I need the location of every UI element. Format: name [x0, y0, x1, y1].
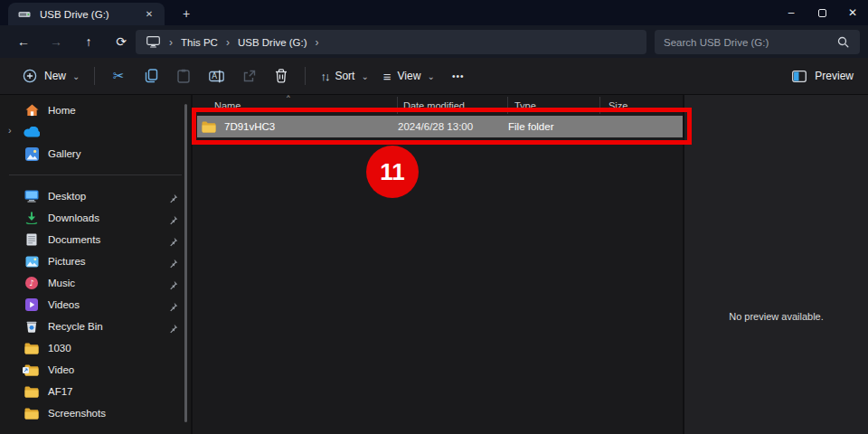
delete-button[interactable] [265, 62, 297, 90]
sidebar-item-screenshots[interactable]: Screenshots [0, 402, 191, 424]
share-button[interactable] [232, 62, 265, 90]
sidebar-item-video[interactable]: Video [0, 359, 191, 381]
breadcrumb-this-pc[interactable]: This PC [181, 37, 218, 48]
sidebar-item-documents[interactable]: Documents [0, 229, 191, 250]
column-label: Date modified [403, 100, 465, 111]
view-button-label: View [398, 70, 421, 82]
file-date-modified: 2024/6/28 13:00 [398, 121, 508, 132]
search-icon [835, 35, 851, 50]
column-label: Size [609, 100, 627, 111]
pin-icon [168, 256, 178, 272]
pictures-icon [24, 254, 40, 269]
desktop-icon [24, 189, 40, 203]
svg-text:A: A [212, 71, 217, 80]
rename-button[interactable]: A [200, 62, 232, 90]
pin-icon [168, 212, 178, 229]
preview-message: No preview available. [684, 311, 868, 322]
breadcrumb[interactable]: › This PC › USB Drive (G:) › [136, 30, 646, 54]
sidebar-item-desktop[interactable]: Desktop [0, 185, 191, 207]
sidebar-scrollbar[interactable] [184, 104, 187, 422]
chevron-down-icon: ⌄ [361, 71, 368, 81]
file-row-selected[interactable]: 7D91vHC3 2024/6/28 13:00 File folder [197, 116, 683, 137]
column-header-size[interactable]: Size [600, 97, 683, 114]
sort-button[interactable]: ↑↓ Sort ⌄ [313, 65, 375, 88]
chevron-right-icon: › [226, 37, 230, 48]
paste-button[interactable] [167, 62, 200, 90]
sidebar-item-downloads[interactable]: Downloads [0, 207, 191, 229]
tab-close-icon[interactable]: ✕ [142, 9, 156, 19]
sidebar-item-gallery[interactable]: Gallery [0, 143, 191, 165]
downloads-icon [24, 211, 40, 225]
forward-button[interactable]: → [40, 34, 72, 49]
documents-icon [24, 232, 40, 247]
pin-icon [168, 278, 178, 294]
folder-icon [24, 341, 40, 355]
chevron-down-icon: ⌄ [72, 71, 80, 81]
expand-chevron-icon[interactable]: › [8, 125, 12, 136]
cut-button[interactable]: ✂ [102, 62, 135, 90]
sidebar-item-onedrive[interactable]: › [0, 121, 191, 143]
file-type: File folder [508, 121, 600, 132]
sidebar-item-label: Videos [48, 299, 80, 310]
sidebar-item-videos[interactable]: Videos [0, 294, 191, 316]
view-lines-icon: ≡ [383, 69, 392, 84]
svg-text:♪: ♪ [29, 278, 34, 288]
preview-pane-icon [791, 69, 807, 83]
minimize-button[interactable]: – [776, 0, 807, 25]
shortcut-arrow-icon [23, 361, 29, 377]
sidebar-item-recycle-bin[interactable]: Recycle Bin [0, 316, 191, 337]
up-button[interactable]: ↑ [72, 34, 105, 49]
back-button[interactable]: ← [7, 34, 40, 49]
preview-toggle-button[interactable]: Preview [791, 69, 854, 83]
new-tab-button[interactable]: + [175, 4, 197, 24]
sidebar-separator [9, 175, 182, 175]
pin-icon [168, 191, 178, 207]
new-button[interactable]: New ⌄ [14, 64, 87, 88]
sidebar-item-label: 1030 [48, 343, 71, 354]
title-bar: USB Drive (G:) ✕ + – ✕ [0, 0, 868, 25]
preview-toggle-label: Preview [815, 70, 854, 82]
sidebar-item-pictures[interactable]: Pictures [0, 250, 191, 272]
sidebar-item-label: Video [48, 364, 74, 375]
sidebar-item-1030[interactable]: 1030 [0, 337, 191, 359]
view-button[interactable]: ≡ View ⌄ [376, 64, 442, 89]
navigation-buttons: ← → ↑ ⟳ [7, 25, 137, 58]
file-name-cell: 7D91vHC3 [197, 119, 398, 134]
close-button[interactable]: ✕ [837, 0, 868, 25]
maximize-button[interactable] [807, 0, 837, 25]
sidebar-item-label: Screenshots [48, 408, 106, 419]
file-explorer-window: USB Drive (G:) ✕ + – ✕ ← → ↑ ⟳ › This PC… [0, 0, 868, 434]
preview-pane: No preview available. [684, 95, 868, 434]
usb-drive-icon [16, 7, 33, 22]
more-options-button[interactable]: ••• [442, 62, 475, 90]
share-icon [241, 69, 257, 83]
breadcrumb-usb-drive[interactable]: USB Drive (G:) [238, 37, 307, 48]
pin-icon [168, 234, 178, 250]
sidebar-item-label: Recycle Bin [48, 321, 103, 332]
sidebar-item-label: Home [48, 105, 76, 116]
sidebar-item-home[interactable]: Home [0, 99, 191, 121]
maximize-icon [818, 9, 826, 17]
home-icon [24, 103, 40, 118]
window-controls: – ✕ [776, 0, 868, 25]
column-label: Name [214, 100, 241, 111]
column-header-date-modified[interactable]: Date modified [398, 97, 508, 114]
refresh-button[interactable]: ⟳ [105, 34, 137, 49]
sidebar-item-af17[interactable]: AF17 [0, 381, 191, 402]
sidebar-item-label: Music [48, 278, 75, 288]
column-header-name[interactable]: Name ^ [193, 97, 398, 114]
copy-icon [143, 69, 159, 83]
music-icon: ♪ [24, 276, 40, 290]
search-input[interactable] [664, 37, 835, 48]
explorer-tab[interactable]: USB Drive (G:) ✕ [8, 3, 165, 25]
chevron-right-icon: › [316, 37, 319, 48]
rename-icon: A [208, 69, 224, 83]
sidebar-item-label: Downloads [48, 212, 99, 223]
navigation-sidebar: Home › Gallery Desktop [0, 95, 191, 434]
search-box[interactable] [655, 30, 860, 54]
gallery-icon [24, 146, 40, 161]
sidebar-item-music[interactable]: ♪ Music [0, 272, 191, 294]
column-header-type[interactable]: Type [508, 97, 600, 114]
folder-icon [24, 406, 40, 420]
copy-button[interactable] [135, 62, 167, 90]
